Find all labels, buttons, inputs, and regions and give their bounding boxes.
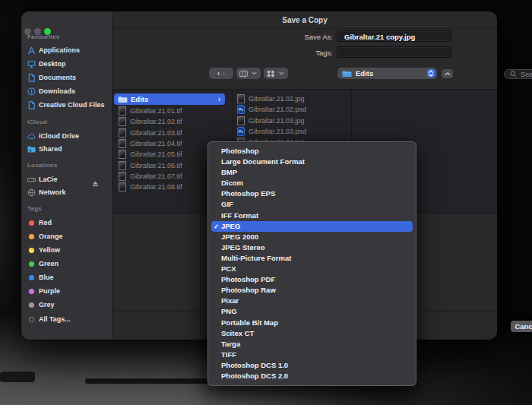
file-row[interactable]: PsGibraltar.21.03.psd bbox=[237, 126, 306, 137]
file-row[interactable]: Gibraltar.21.03.jpg bbox=[237, 115, 305, 126]
menu-item-jpeg-2000[interactable]: JPEG 2000 bbox=[211, 232, 413, 242]
menu-item-photoshop-dcs-1-0[interactable]: Photoshop DCS 1.0 bbox=[211, 360, 413, 371]
sidebar-item-lacie[interactable]: LaCie bbox=[27, 173, 109, 185]
sidebar-item-label: Applications bbox=[39, 46, 80, 54]
menu-item-label: Multi-Picture Format bbox=[221, 254, 291, 262]
menu-item-label: Scitex CT bbox=[221, 329, 254, 337]
menu-item-photoshop-dcs-2-0[interactable]: Photoshop DCS 2.0 bbox=[211, 371, 413, 381]
image-thumbnail-icon bbox=[119, 117, 126, 126]
sidebar-item-label: Creative Cloud Files bbox=[39, 101, 105, 109]
menu-item-multi-picture-format[interactable]: Multi-Picture Format bbox=[211, 253, 413, 264]
menu-item-pcx[interactable]: PCX bbox=[211, 264, 413, 274]
back-button[interactable]: ‹ bbox=[217, 69, 220, 78]
file-row[interactable]: Gibraltar.21.04.tif bbox=[119, 138, 182, 149]
tags-field[interactable] bbox=[337, 46, 452, 58]
menu-item-label: Photoshop bbox=[221, 147, 259, 155]
menu-item-targa[interactable]: Targa bbox=[211, 339, 413, 350]
file-name: Gibraltar.21.04.tif bbox=[130, 140, 182, 147]
forward-button[interactable]: › bbox=[223, 69, 226, 78]
menu-item-large-document-format[interactable]: Large Document Format bbox=[211, 157, 413, 167]
file-row[interactable]: Gibraltar.21.02.jpg bbox=[237, 93, 305, 104]
file-row[interactable]: Gibraltar.21.08.tif bbox=[119, 182, 182, 192]
sidebar-item-label: Documents bbox=[39, 74, 76, 81]
sidebar-item-icloud-drive[interactable]: iCloud Drive bbox=[27, 130, 109, 142]
sidebar-item-creative-cloud-files[interactable]: Creative Cloud Files bbox=[27, 99, 109, 111]
sidebar-item-label: Blue bbox=[39, 274, 54, 281]
file-row[interactable]: Gibraltar.21.03.tif bbox=[119, 128, 182, 138]
menu-item-tiff[interactable]: TIFF bbox=[211, 350, 413, 360]
sidebar-item-yellow[interactable]: Yellow bbox=[27, 244, 109, 256]
image-thumbnail-icon bbox=[119, 161, 126, 170]
sidebar-item-shared[interactable]: Shared bbox=[27, 143, 109, 155]
menu-item-photoshop-pdf[interactable]: Photoshop PDF bbox=[211, 274, 413, 285]
sidebar-item-orange[interactable]: Orange bbox=[27, 230, 109, 242]
menu-item-label: Photoshop DCS 2.0 bbox=[221, 372, 288, 380]
location-popup[interactable]: Edits bbox=[337, 68, 437, 79]
menu-item-label: IFF Format bbox=[221, 211, 258, 220]
sidebar-item-all-tags[interactable]: All Tags... bbox=[27, 313, 109, 325]
menu-item-label: Portable Bit Map bbox=[221, 318, 278, 327]
collapse-button[interactable] bbox=[442, 69, 453, 78]
document-icon bbox=[27, 101, 36, 109]
menu-item-pixar[interactable]: Pixar bbox=[211, 296, 413, 306]
globe-icon bbox=[27, 188, 36, 197]
eject-icon[interactable] bbox=[92, 176, 99, 182]
menu-item-gif[interactable]: GIF bbox=[211, 199, 413, 210]
sidebar-item-network[interactable]: Network bbox=[27, 186, 109, 198]
menu-item-iff-format[interactable]: IFF Format bbox=[211, 210, 413, 221]
group-view-button[interactable] bbox=[264, 68, 288, 79]
file-row[interactable]: Gibraltar.21.06.tif bbox=[119, 160, 182, 171]
file-name: Gibraltar.21.01.tif bbox=[130, 107, 182, 115]
file-row[interactable]: Gibraltar.21.07.tif bbox=[119, 171, 182, 182]
menu-item-photoshop-eps[interactable]: Photoshop EPS bbox=[211, 188, 413, 199]
cancel-button[interactable]: Cancel bbox=[511, 321, 532, 332]
screen: FavouritesApplicationsDesktopDocumentsDo… bbox=[0, 0, 532, 405]
tag-dot-icon bbox=[27, 246, 36, 255]
dialog-title: Save a Copy bbox=[112, 16, 497, 24]
column-view-button[interactable] bbox=[236, 68, 261, 79]
menu-item-label: Large Document Format bbox=[221, 157, 305, 166]
checkmark-icon: ✓ bbox=[214, 221, 219, 232]
save-as-value: Gibraltar.21 copy.jpg bbox=[344, 33, 415, 41]
document-icon bbox=[27, 74, 36, 82]
column-view-icon bbox=[239, 69, 248, 78]
sidebar-item-purple[interactable]: Purple bbox=[27, 285, 109, 297]
file-row[interactable]: Gibraltar.21.02.tif bbox=[119, 116, 182, 127]
sidebar-item-documents[interactable]: Documents bbox=[27, 71, 109, 84]
menu-item-label: TIFF bbox=[221, 350, 236, 359]
menu-item-dicom[interactable]: Dicom bbox=[211, 178, 413, 188]
menu-item-label: BMP bbox=[221, 168, 237, 176]
sidebar-item-label: Grey bbox=[39, 301, 55, 308]
menu-item-png[interactable]: PNG bbox=[211, 306, 413, 317]
sidebar-item-blue[interactable]: Blue bbox=[27, 271, 109, 283]
file-row[interactable]: PsGibraltar.21.02.psd bbox=[237, 104, 306, 115]
menu-item-jpeg-stereo[interactable]: JPEG Stereo bbox=[211, 242, 413, 253]
save-as-label: Save As: bbox=[264, 33, 333, 41]
selected-folder-label: Edits bbox=[131, 95, 148, 103]
sidebar-item-green[interactable]: Green bbox=[27, 258, 109, 270]
search-field[interactable]: Search bbox=[504, 69, 532, 79]
file-name: Gibraltar.21.03.psd bbox=[249, 128, 306, 135]
selected-folder-row[interactable]: Edits › bbox=[114, 93, 225, 105]
format-menu: PhotoshopLarge Document FormatBMPDicomPh… bbox=[207, 141, 416, 386]
sidebar-item-downloads[interactable]: Downloads bbox=[27, 85, 109, 97]
sidebar-item-label: Desktop bbox=[39, 60, 66, 68]
file-row[interactable]: Gibraltar.21.01.tif bbox=[119, 106, 182, 116]
sidebar-item-grey[interactable]: Grey bbox=[27, 299, 109, 311]
menu-item-jpeg[interactable]: ✓JPEG bbox=[211, 221, 413, 232]
save-as-field[interactable]: Gibraltar.21 copy.jpg bbox=[337, 30, 452, 42]
menu-item-photoshop[interactable]: Photoshop bbox=[211, 146, 413, 157]
menu-item-photoshop-raw[interactable]: Photoshop Raw bbox=[211, 285, 413, 296]
menu-item-label: Photoshop Raw bbox=[221, 286, 276, 294]
menu-item-portable-bit-map[interactable]: Portable Bit Map bbox=[211, 318, 413, 328]
menu-item-scitex-ct[interactable]: Scitex CT bbox=[211, 328, 413, 339]
file-name: Gibraltar.21.07.tif bbox=[130, 172, 182, 180]
menu-item-bmp[interactable]: BMP bbox=[211, 167, 413, 178]
sidebar-item-red[interactable]: Red bbox=[27, 217, 109, 229]
file-row[interactable]: Gibraltar.21.05.tif bbox=[119, 149, 182, 160]
chevron-up-icon bbox=[443, 70, 451, 78]
sidebar-item-applications[interactable]: Applications bbox=[27, 44, 109, 56]
chevron-down-icon bbox=[250, 69, 258, 78]
menu-item-label: Dicom bbox=[221, 179, 243, 187]
sidebar-item-desktop[interactable]: Desktop bbox=[27, 58, 109, 70]
